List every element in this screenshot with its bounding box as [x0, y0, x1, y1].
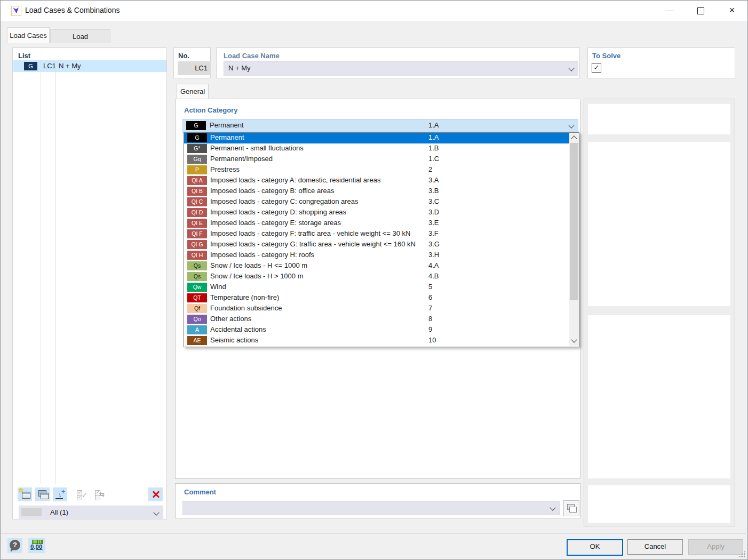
- list-filter-dropdown[interactable]: All (1): [19, 506, 163, 519]
- action-category-option[interactable]: QI BImposed loads - category B: office a…: [184, 186, 579, 197]
- scrollbar-thumb[interactable]: [570, 143, 578, 300]
- load-case-name: N + My: [59, 62, 81, 70]
- category-badge: QI C: [187, 197, 207, 206]
- preview-box: [588, 142, 730, 306]
- action-category-option[interactable]: AAccidental actions9: [184, 325, 579, 335]
- preview-box: [588, 485, 730, 523]
- category-badge: Qs: [187, 272, 207, 281]
- name-panel: Load Case Name N + My: [216, 47, 580, 78]
- new-load-case-button[interactable]: ★: [18, 487, 32, 501]
- action-category-option[interactable]: QsSnow / Ice loads - H <= 1000 m4.A: [184, 261, 579, 271]
- category-badge: G*: [187, 144, 207, 153]
- category-badge: Qo: [187, 315, 207, 324]
- load-case-name-label: Load Case Name: [224, 52, 280, 60]
- scroll-down-icon[interactable]: [571, 337, 577, 342]
- action-category-option[interactable]: QoOther actions8: [184, 314, 579, 325]
- action-category-option[interactable]: QI FImposed loads - category F: traffic …: [184, 229, 579, 239]
- dropdown-scrollbar[interactable]: [569, 133, 579, 346]
- category-code: 3.B: [428, 187, 439, 195]
- copy-load-case-button[interactable]: [35, 487, 50, 501]
- chevron-down-icon: [568, 122, 574, 128]
- add-load-case-button[interactable]: ↓+: [53, 487, 67, 501]
- action-category-option[interactable]: QfFoundation subsidence7: [184, 303, 579, 314]
- app-logo-icon: [11, 6, 21, 16]
- action-category-option[interactable]: GPermanent1.A: [184, 133, 579, 143]
- action-category-option[interactable]: QI EImposed loads - category E: storage …: [184, 218, 579, 229]
- action-category-option[interactable]: AESeismic actions10: [184, 335, 579, 346]
- category-badge: QI A: [187, 176, 207, 185]
- comment-panel: Comment: [175, 483, 580, 518]
- category-badge: AE: [187, 336, 207, 345]
- action-category-option[interactable]: QwWind5: [184, 282, 579, 293]
- category-code: 1.A: [428, 133, 439, 141]
- ok-button[interactable]: OK: [567, 539, 623, 556]
- units-settings-button[interactable]: 0,00: [28, 538, 45, 553]
- action-category-option[interactable]: QI CImposed loads - category C: congrega…: [184, 197, 579, 207]
- tab-general[interactable]: General: [177, 84, 209, 100]
- category-name: Snow / Ice loads - H <= 1000 m: [210, 261, 307, 269]
- category-code: 5: [428, 283, 432, 291]
- chevron-down-icon: [568, 65, 574, 71]
- action-category-option[interactable]: G*Permanent - small fluctuations1.B: [184, 143, 579, 154]
- category-badge: QI G: [187, 240, 207, 249]
- category-badge: P: [187, 165, 207, 174]
- scroll-up-icon[interactable]: [571, 135, 577, 141]
- cancel-button[interactable]: Cancel: [627, 539, 683, 555]
- category-name: Imposed loads - category C: congregation…: [210, 197, 359, 205]
- category-badge: G: [187, 133, 207, 142]
- action-category-combobox[interactable]: G Permanent 1.A: [182, 119, 578, 133]
- category-name: Imposed loads - category A: domestic, re…: [210, 176, 380, 184]
- comment-templates-button[interactable]: [563, 500, 579, 516]
- category-code: 1.C: [428, 155, 439, 163]
- category-badge: Qs: [187, 261, 207, 270]
- category-name: Foundation subsidence: [210, 304, 282, 312]
- category-name: Prestress: [210, 165, 240, 173]
- category-badge: QI H: [187, 251, 207, 260]
- category-name: Imposed loads - category F: traffic area…: [210, 229, 411, 237]
- minimize-button[interactable]: —: [657, 1, 682, 20]
- maximize-button[interactable]: [688, 1, 713, 20]
- comment-combobox[interactable]: [182, 501, 560, 515]
- help-icon-tail: [11, 549, 14, 552]
- load-case-list-item[interactable]: G LC1 N + My: [13, 60, 166, 72]
- delete-load-case-button[interactable]: [148, 487, 163, 501]
- load-case-name-combobox[interactable]: N + My: [224, 61, 578, 76]
- chevron-down-icon: [550, 505, 555, 510]
- list-panel: List G LC1 N + My ★ ↓+ ✓✓ ✓ ✓ ⇆: [12, 47, 167, 519]
- help-button[interactable]: ?: [7, 538, 22, 553]
- invert-check-button: ✓ ⇆: [92, 487, 107, 501]
- load-case-name-value: N + My: [228, 62, 251, 75]
- action-category-options: GPermanent1.AG*Permanent - small fluctua…: [184, 133, 579, 346]
- category-name: Other actions: [210, 315, 251, 323]
- category-name: Wind: [210, 283, 226, 291]
- copy-icon: [35, 487, 50, 501]
- tab-load-combinations[interactable]: Load Combinations: [50, 29, 110, 43]
- check-all-icon: ✓✓ ✓: [74, 487, 89, 501]
- category-code: 9: [428, 325, 432, 333]
- load-case-badge: G: [24, 62, 37, 70]
- category-code: 3.D: [428, 208, 439, 216]
- tab-load-cases[interactable]: Load Cases: [7, 27, 50, 43]
- list-column-divider: [41, 60, 41, 484]
- category-name: Permanent: [210, 133, 244, 141]
- action-category-option[interactable]: QI AImposed loads - category A: domestic…: [184, 175, 579, 186]
- action-category-option[interactable]: PPrestress2: [184, 165, 579, 175]
- category-code: 4.B: [428, 272, 439, 280]
- to-solve-checkbox[interactable]: ✓: [592, 63, 601, 73]
- close-button[interactable]: ×: [720, 1, 744, 20]
- category-name: Temperature (non-fire): [210, 293, 279, 301]
- action-category-option[interactable]: QI DImposed loads - category D: shopping…: [184, 207, 579, 218]
- action-category-option[interactable]: GqPermanent/Imposed1.C: [184, 154, 579, 165]
- category-code: 3.H: [428, 251, 439, 259]
- category-name: Imposed loads - category E: storage area…: [210, 219, 341, 227]
- action-category-option[interactable]: QI GImposed loads - category G: traffic …: [184, 239, 579, 250]
- action-category-selected-name: Permanent: [210, 121, 244, 129]
- action-category-option[interactable]: QTTemperature (non-fire)6: [184, 293, 579, 303]
- filter-label: All (1): [50, 508, 68, 516]
- action-category-option[interactable]: QsSnow / Ice loads - H > 1000 m4.B: [184, 271, 579, 282]
- category-name: Imposed loads - category D: shopping are…: [210, 208, 346, 216]
- comment-label: Comment: [184, 488, 216, 496]
- category-code: 1.B: [428, 144, 439, 152]
- action-category-option[interactable]: QI HImposed loads - category H: roofs3.H: [184, 250, 579, 261]
- chevron-down-icon: [153, 509, 159, 515]
